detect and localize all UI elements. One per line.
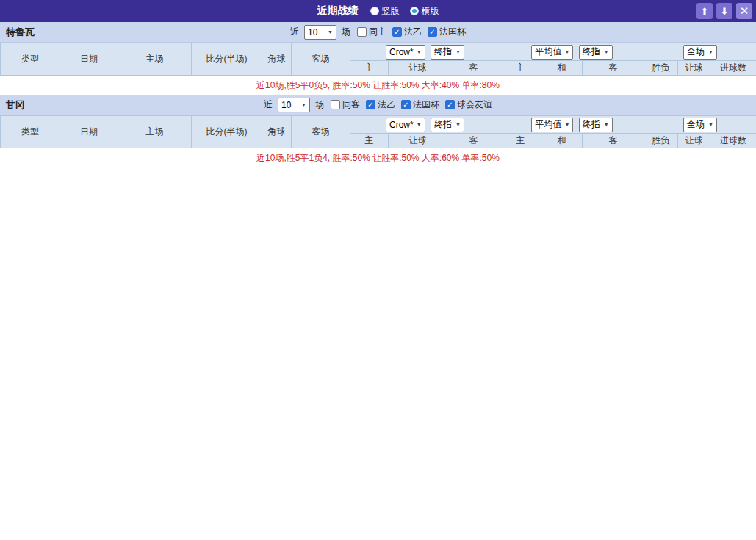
period-select[interactable]: 全场▼ xyxy=(683,118,717,132)
col-header-corner: 角球 xyxy=(262,116,292,148)
col-header-odds-away: 客 xyxy=(447,134,500,148)
filter-checkbox-同主[interactable]: 同主 xyxy=(357,26,386,38)
col-header-euro-away: 客 xyxy=(583,61,644,76)
radio-icon xyxy=(370,7,379,15)
col-header-handicap-result: 让球 xyxy=(678,61,710,76)
odds-time-select[interactable]: 终指▼ xyxy=(579,45,613,60)
checkbox-label: 同主 xyxy=(369,26,386,38)
col-header-away: 客场 xyxy=(292,43,350,76)
top-bar-center: 近期战绩 竖版横版 xyxy=(317,4,439,18)
close-button[interactable]: ✕ xyxy=(736,3,752,19)
filter-bar: 近 10▼ 场 同主✓法乙✓法国杯 xyxy=(290,25,466,40)
period-select[interactable]: 全场▼ xyxy=(683,45,717,60)
select-value: 全场 xyxy=(687,46,705,58)
matches-table: 类型 日期 主场 比分(半场) 角球 客场 Crow*▼ 终指▼ 平均值▼ 终指… xyxy=(0,43,756,76)
team-header-bar: 甘冈 近 10▼ 场 同客✓法乙✓法国杯✓球会友谊 xyxy=(0,95,756,115)
recent-label: 近 xyxy=(290,26,299,38)
checkbox-label: 法国杯 xyxy=(439,26,466,38)
result-group: 全场▼ xyxy=(644,43,756,61)
summary-line: 近10场,胜5平0负5, 胜率:50% 让胜率:50% 大率:40% 单率:80… xyxy=(0,76,756,95)
col-header-date: 日期 xyxy=(60,116,118,148)
checkbox-icon: ✓ xyxy=(428,27,437,37)
checkbox-icon: ✓ xyxy=(401,100,411,109)
filter-checkboxes: 同客✓法乙✓法国杯✓球会友谊 xyxy=(331,98,492,111)
select-value: 终指 xyxy=(583,46,600,58)
select-value: 全场 xyxy=(687,118,705,131)
filter-checkbox-法乙[interactable]: ✓法乙 xyxy=(392,26,422,38)
col-header-handicap: 让球 xyxy=(389,134,447,148)
col-header-type: 类型 xyxy=(1,116,60,148)
average-select[interactable]: 平均值▼ xyxy=(531,118,573,132)
scroll-up-button[interactable]: ⬆ xyxy=(696,3,713,19)
chevron-down-icon: ▼ xyxy=(328,29,333,35)
chevron-down-icon: ▼ xyxy=(708,122,713,127)
checkbox-icon xyxy=(357,27,367,37)
checkbox-icon xyxy=(331,100,340,109)
radio-label: 横版 xyxy=(422,5,439,18)
filter-checkbox-同客[interactable]: 同客 xyxy=(331,98,360,111)
handicap-odds-group: Crow*▼ 终指▼ xyxy=(350,116,500,134)
bookmaker-select[interactable]: Crow*▼ xyxy=(386,45,425,60)
team-header-bar: 特鲁瓦 近 10▼ 场 同主✓法乙✓法国杯 xyxy=(0,22,756,43)
col-header-wdl: 胜负 xyxy=(644,61,678,76)
chevron-down-icon: ▼ xyxy=(301,102,306,107)
up-arrow-icon: ⬆ xyxy=(701,6,709,17)
col-header-euro-home: 主 xyxy=(500,61,541,76)
select-value: 平均值 xyxy=(535,118,561,131)
recent-count-select[interactable]: 10▼ xyxy=(304,25,336,40)
odds-time-select[interactable]: 终指▼ xyxy=(431,118,464,132)
col-header-goals: 进球数 xyxy=(710,134,756,148)
scroll-down-button[interactable]: ⬇ xyxy=(716,3,732,19)
col-header-handicap-result: 让球 xyxy=(678,134,710,148)
odds-time-select[interactable]: 终指▼ xyxy=(579,118,613,132)
checkbox-label: 法国杯 xyxy=(413,98,439,111)
col-header-score: 比分(半场) xyxy=(192,43,262,76)
chevron-down-icon: ▼ xyxy=(708,49,713,54)
col-header-odds-away: 客 xyxy=(447,61,500,76)
filter-checkbox-球会友谊[interactable]: ✓球会友谊 xyxy=(445,98,492,111)
games-label: 场 xyxy=(342,26,350,38)
checkbox-icon: ✓ xyxy=(366,100,375,109)
col-header-away: 客场 xyxy=(292,116,350,148)
col-header-handicap: 让球 xyxy=(389,61,447,76)
layout-radio-竖版[interactable]: 竖版 xyxy=(370,5,400,18)
bookmaker-select[interactable]: Crow*▼ xyxy=(386,118,425,132)
select-value: 终指 xyxy=(434,118,452,131)
checkbox-label: 同客 xyxy=(342,98,360,111)
radio-label: 竖版 xyxy=(382,5,400,18)
filter-checkbox-法国杯[interactable]: ✓法国杯 xyxy=(428,26,466,38)
col-header-wdl: 胜负 xyxy=(644,134,678,148)
select-value: 终指 xyxy=(583,118,600,131)
average-select[interactable]: 平均值▼ xyxy=(531,45,573,60)
col-header-euro-draw: 和 xyxy=(541,61,583,76)
filter-bar: 近 10▼ 场 同客✓法乙✓法国杯✓球会友谊 xyxy=(264,98,492,112)
filter-checkbox-法国杯[interactable]: ✓法国杯 xyxy=(401,98,439,111)
col-header-odds-home: 主 xyxy=(350,61,389,76)
odds-time-select[interactable]: 终指▼ xyxy=(431,45,464,60)
top-bar-buttons: ⬆ ⬇ ✕ xyxy=(696,3,752,19)
checkbox-icon: ✓ xyxy=(392,27,402,37)
chevron-down-icon: ▼ xyxy=(417,122,422,127)
select-value: Crow* xyxy=(389,120,414,130)
select-value: 10 xyxy=(308,27,317,37)
chevron-down-icon: ▼ xyxy=(456,122,461,127)
down-arrow-icon: ⬇ xyxy=(721,6,729,17)
page-title: 近期战绩 xyxy=(317,4,359,18)
filter-checkbox-法乙[interactable]: ✓法乙 xyxy=(366,98,395,111)
col-header-home: 主场 xyxy=(118,116,192,148)
col-header-euro-draw: 和 xyxy=(541,134,583,148)
chevron-down-icon: ▼ xyxy=(564,122,569,127)
team-name: 甘冈 xyxy=(6,98,25,112)
layout-radio-横版[interactable]: 横版 xyxy=(410,5,439,18)
games-label: 场 xyxy=(315,98,324,111)
layout-radio-group: 竖版横版 xyxy=(370,5,439,18)
chevron-down-icon: ▼ xyxy=(456,49,461,54)
result-group: 全场▼ xyxy=(644,116,756,134)
recent-count-select[interactable]: 10▼ xyxy=(278,98,310,112)
col-header-euro-home: 主 xyxy=(500,134,541,148)
team-section-home: 特鲁瓦 近 10▼ 场 同主✓法乙✓法国杯 类型 日期 主场 比分(半场) 角球… xyxy=(0,22,756,95)
col-header-corner: 角球 xyxy=(262,43,292,76)
checkbox-label: 球会友谊 xyxy=(457,98,492,111)
europe-odds-group: 平均值▼ 终指▼ xyxy=(500,43,644,61)
checkbox-label: 法乙 xyxy=(404,26,422,38)
